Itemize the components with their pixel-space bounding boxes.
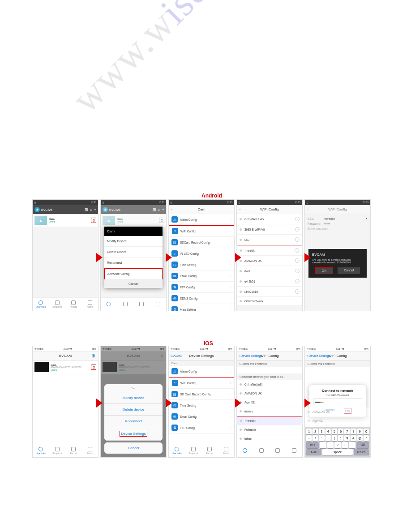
back-icon[interactable]: ‹ [171, 207, 173, 211]
back-link[interactable]: ‹ Device Settings [307, 354, 330, 357]
gear-icon[interactable]: ⚙ [91, 218, 96, 223]
wifi-item[interactable]: ChinaNet-jnSj [237, 380, 302, 389]
setting-alarm[interactable]: ⚠Alarm Config› [169, 366, 234, 377]
wifi-item[interactable]: Fukeside [237, 425, 302, 434]
ios-step5: 中国移动2:16 PM79% ‹ Device SettingsWiFi Con… [304, 346, 371, 458]
wifi-item[interactable]: AMAZON UK [237, 389, 302, 398]
nav-live[interactable]: Live video [33, 298, 49, 311]
nav-snapshot[interactable]: Snapshot [49, 298, 66, 311]
nav-record[interactable]: Record [65, 444, 82, 457]
camera-status: Online [51, 369, 91, 371]
wifi-item[interactable]: e4-2b01› [237, 276, 302, 287]
setting-wifi[interactable]: ⌔WiFi Config› [169, 225, 234, 237]
appbar: ‹ Device SettingsWiFi Config [237, 352, 302, 360]
sheet-reconnect[interactable]: Reconnect [104, 416, 163, 427]
nav-snapshot[interactable]: Snapshot [49, 444, 66, 457]
ios-row: 中国移动2:15 PM79% BVCAM⊕ Cam ATW190-VTAKYKC… [32, 346, 371, 458]
sheet-delete[interactable]: Delete device [104, 404, 163, 416]
wifi-item[interactable]: LH021510› [237, 287, 302, 297]
popup-delete[interactable]: Delete Device [104, 247, 163, 257]
statusbar: 中国移动2:15 PM79% [237, 346, 302, 352]
wifi-item[interactable]: mcnsy [237, 407, 302, 416]
setting-email[interactable]: ✉Email Config› [169, 411, 234, 422]
back-link[interactable]: BVCAM [171, 354, 182, 357]
dialog-message: Are you sure to connect network meredith… [312, 258, 363, 264]
nav-alarm[interactable]: Alarm [82, 444, 98, 457]
password-value[interactable]: •••••• [324, 222, 368, 225]
setting-sdcard[interactable]: ▤SD Card Record Config› [169, 389, 234, 400]
nav-record[interactable]: Record [65, 298, 82, 311]
statusbar: 中国移动2:15 PM79% [33, 346, 98, 352]
context-popup: Cam Modify Device Delete Device Reconnec… [104, 227, 163, 288]
wifi-item[interactable]: dwd› [237, 266, 302, 276]
wifi-item-selected[interactable]: meredith› [237, 245, 302, 256]
wifi-item[interactable]: LSJ› [237, 235, 302, 245]
arrow-icon [166, 399, 172, 408]
setting-misc[interactable]: ⚙Misc Setting› [169, 304, 234, 311]
android-row: ▯15:05 ◉ BVCAM ⊞ ⌕ + ▲ Cam Online ⚙ Live… [32, 199, 371, 311]
nav-alarm[interactable]: Alarm [82, 298, 98, 311]
app-logo-icon: ◉ [34, 207, 40, 212]
appbar: BVCAMDevice Settings [169, 352, 234, 360]
ios-keyboard[interactable]: 1234567890 -/:;()$&@" #+=.,?!'⌫ ABCspace… [305, 427, 370, 457]
nav-live[interactable]: Live video [33, 444, 49, 457]
add-icon[interactable]: ⊕ [91, 353, 95, 359]
gear-icon[interactable]: ⚙ [91, 365, 96, 370]
grid-icon[interactable]: ⊞ [85, 207, 88, 212]
sheet-cancel[interactable]: Cancel [104, 442, 163, 454]
camera-list-item[interactable]: ▲ Cam Online ⚙ [33, 214, 98, 227]
confirm-dialog: BVCAM Are you sure to connect network me… [308, 249, 367, 278]
bottom-nav: Live video Snapshot Record Alarm [33, 444, 98, 457]
backspace-key[interactable]: ⌫ [356, 442, 369, 448]
screen-title: Cam [198, 207, 206, 211]
section-current: Current WiFi network [305, 360, 370, 367]
camera-list-item[interactable]: Cam ATW190-VTAKYKC7T1A-CC0D39 Online ⚙ [33, 360, 98, 374]
setting-wifi[interactable]: ⌔WiFi Config› [169, 377, 234, 389]
statusbar: 中国移动2:15 PM79% [169, 346, 234, 352]
wifi-item-other[interactable]: Other Network ... [237, 297, 302, 306]
popup-modify[interactable]: Modify Device [104, 236, 163, 247]
wifi-item[interactable]: 3695-B WiFi Vfi› [237, 224, 302, 235]
appbar: ◉ BVCAM ⊞⌕+ [101, 205, 166, 214]
back-icon[interactable]: ‹ [240, 207, 241, 211]
wifi-item[interactable]: tukesi [237, 434, 302, 443]
password-input[interactable] [313, 399, 362, 405]
key[interactable]: 1 [306, 429, 312, 434]
setting-alarm[interactable]: ⚠Alarm Config› [169, 214, 234, 225]
statusbar: ▯15:05 [305, 200, 370, 205]
setting-sdcard[interactable]: ▤SDCard Record Config› [169, 237, 234, 248]
sheet-modify[interactable]: Modify device [104, 392, 163, 404]
setting-email[interactable]: ✉EMail Config› [169, 270, 234, 282]
settings-list: ⚠Alarm Config› ⌔WiFi Config› ▤SDCard Rec… [169, 214, 234, 311]
wifi-item[interactable]: AMAZON UK› [237, 256, 302, 266]
popup-cancel[interactable]: Cancel [104, 279, 163, 288]
back-link[interactable]: ‹ Device Settings [239, 354, 262, 357]
ok-button[interactable]: OK [315, 267, 333, 274]
setting-irled[interactable]: ☼IR-LED Config› [169, 248, 234, 259]
camera-status: Online [49, 220, 91, 223]
wifi-network-list: ChinaNet-jnSj AMAZON UK AgentSJ mcnsy me… [237, 380, 302, 443]
statusbar: ▯15:05 [237, 200, 302, 205]
ios-step3: 中国移动2:15 PM79% BVCAMDevice Settings Cam … [168, 346, 235, 458]
appbar: ‹ Device SettingsWiFi Config [305, 352, 370, 360]
add-icon[interactable]: + [94, 207, 96, 212]
cancel-button[interactable]: Cancel [338, 267, 360, 274]
wifi-item-selected[interactable]: meredith [237, 416, 302, 425]
setting-time[interactable]: ◷Time Setting› [169, 259, 234, 270]
ios-step2: 中国移动2:15 PM79% BVCAM⊕ CamATW190-VTAKYKC7… [100, 346, 167, 458]
camera-thumbnail: ▲ [34, 216, 47, 225]
setting-ftp[interactable]: ⇅FTP Config› [169, 282, 234, 293]
arrow-icon [96, 399, 103, 408]
arrow-icon [96, 253, 103, 262]
ios-step4: 中国移动2:15 PM79% ‹ Device SettingsWiFi Con… [236, 346, 303, 458]
setting-ftp[interactable]: ⇅FTP Config› [169, 422, 234, 433]
sheet-settings[interactable]: Device Settings [104, 427, 163, 441]
search-icon[interactable]: ⌕ [90, 207, 92, 212]
popup-advance[interactable]: Advance Config [104, 268, 163, 279]
wifi-item[interactable]: ChinaNet-2.4G› [237, 214, 302, 224]
setting-time[interactable]: ◷Time Setting› [169, 400, 234, 411]
appbar: ‹Cam [169, 205, 234, 214]
wifi-item[interactable]: AgentSJ [237, 398, 302, 407]
setting-ddns[interactable]: ◎DDNS Config› [169, 293, 234, 304]
popup-reconnect[interactable]: Reconnect [104, 257, 163, 268]
